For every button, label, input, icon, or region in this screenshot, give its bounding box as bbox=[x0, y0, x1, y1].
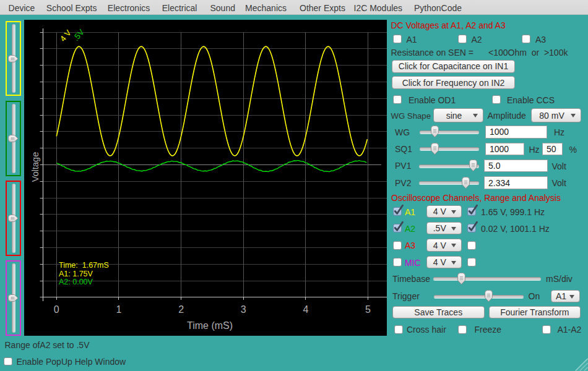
svg-text:4: 4 bbox=[303, 304, 308, 315]
svg-text:2: 2 bbox=[178, 304, 184, 315]
svg-text:Time: 1.67mS: Time: 1.67mS bbox=[59, 261, 109, 270]
svg-text:1: 1 bbox=[116, 304, 121, 315]
svg-text:3: 3 bbox=[241, 304, 246, 315]
svg-text:A2: 0.00V: A2: 0.00V bbox=[59, 278, 93, 286]
svg-text:5: 5 bbox=[365, 304, 371, 315]
svg-text:Time (mS): Time (mS) bbox=[187, 320, 233, 331]
svg-text:Voltage: Voltage bbox=[30, 152, 40, 182]
svg-text:A1: 1.75V: A1: 1.75V bbox=[59, 270, 93, 278]
svg-text:0: 0 bbox=[54, 304, 59, 315]
